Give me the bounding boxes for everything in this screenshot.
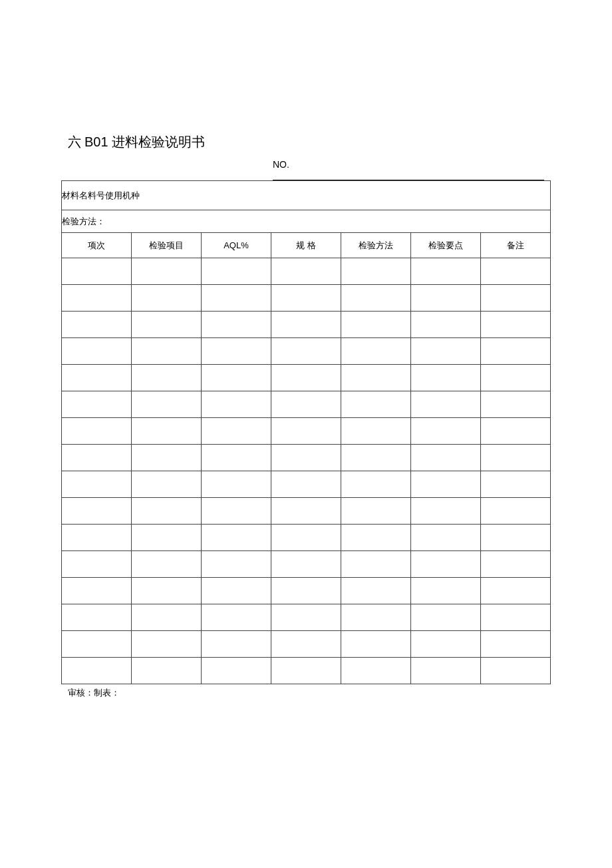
table-row xyxy=(62,658,551,684)
cell xyxy=(62,285,132,312)
cell xyxy=(480,391,550,418)
cell xyxy=(131,498,201,525)
cell xyxy=(341,418,410,445)
cell xyxy=(131,258,201,285)
cell xyxy=(62,471,132,498)
table-row xyxy=(62,312,551,338)
cell xyxy=(341,578,410,604)
cell xyxy=(62,525,132,551)
table-row xyxy=(62,391,551,418)
document-title: 六 B01 进料检验说明书 xyxy=(68,133,551,151)
table-row xyxy=(62,578,551,604)
cell xyxy=(410,391,480,418)
header-row: 项次 检验项目 AQL% 规 格 检验方法 检验要点 备注 xyxy=(62,233,551,258)
col-inspect-method: 检验方法 xyxy=(341,233,410,258)
cell xyxy=(62,604,132,631)
cell xyxy=(271,418,341,445)
cell xyxy=(131,312,201,338)
cell xyxy=(480,471,550,498)
cell xyxy=(62,498,132,525)
table-row xyxy=(62,551,551,578)
cell xyxy=(62,338,132,365)
cell xyxy=(131,285,201,312)
cell xyxy=(410,658,480,684)
table-row xyxy=(62,525,551,551)
cell xyxy=(480,365,550,391)
cell xyxy=(62,418,132,445)
cell xyxy=(271,258,341,285)
cell xyxy=(131,418,201,445)
cell xyxy=(341,551,410,578)
title-code: B01 xyxy=(84,134,108,149)
cell xyxy=(271,551,341,578)
cell xyxy=(62,445,132,471)
cell xyxy=(271,471,341,498)
cell xyxy=(201,551,271,578)
table-row xyxy=(62,285,551,312)
cell xyxy=(341,498,410,525)
cell xyxy=(201,445,271,471)
cell xyxy=(271,365,341,391)
method-cell: 检验方法： xyxy=(62,210,551,233)
cell xyxy=(480,658,550,684)
cell xyxy=(62,578,132,604)
cell xyxy=(201,525,271,551)
cell xyxy=(271,631,341,658)
cell xyxy=(480,338,550,365)
cell xyxy=(410,445,480,471)
col-item-no: 项次 xyxy=(62,233,132,258)
cell xyxy=(271,285,341,312)
signature-row: 审核：制表： xyxy=(61,687,551,699)
cell xyxy=(480,285,550,312)
cell xyxy=(410,525,480,551)
cell xyxy=(62,391,132,418)
col-spec: 规 格 xyxy=(271,233,341,258)
cell xyxy=(131,551,201,578)
cell xyxy=(201,338,271,365)
cell xyxy=(271,578,341,604)
cell xyxy=(410,498,480,525)
cell xyxy=(271,498,341,525)
table-row xyxy=(62,498,551,525)
cell xyxy=(201,312,271,338)
material-row: 材料名料号使用机种 xyxy=(62,181,551,210)
table-row xyxy=(62,445,551,471)
cell xyxy=(480,312,550,338)
table-row xyxy=(62,631,551,658)
cell xyxy=(480,445,550,471)
cell xyxy=(410,418,480,445)
cell xyxy=(341,285,410,312)
cell xyxy=(480,631,550,658)
no-label: NO. xyxy=(273,159,289,170)
cell xyxy=(410,258,480,285)
cell xyxy=(480,418,550,445)
cell xyxy=(410,338,480,365)
cell xyxy=(271,604,341,631)
cell xyxy=(131,631,201,658)
cell xyxy=(271,658,341,684)
cell xyxy=(341,471,410,498)
cell xyxy=(131,338,201,365)
cell xyxy=(131,471,201,498)
title-rest: 进料检验说明书 xyxy=(108,134,205,149)
cell xyxy=(62,365,132,391)
cell xyxy=(62,631,132,658)
cell xyxy=(480,525,550,551)
col-inspect-item: 检验项目 xyxy=(131,233,201,258)
cell xyxy=(62,258,132,285)
cell xyxy=(341,525,410,551)
inspection-table: 材料名料号使用机种 检验方法： 项次 检验项目 AQL% 规 格 检验方法 检验… xyxy=(61,180,551,684)
cell xyxy=(131,391,201,418)
cell xyxy=(201,631,271,658)
cell xyxy=(201,418,271,445)
col-inspect-point: 检验要点 xyxy=(410,233,480,258)
cell xyxy=(201,285,271,312)
cell xyxy=(131,658,201,684)
cell xyxy=(271,312,341,338)
title-prefix: 六 xyxy=(68,134,84,149)
cell xyxy=(410,471,480,498)
table-row xyxy=(62,604,551,631)
cell xyxy=(341,658,410,684)
cell xyxy=(201,471,271,498)
table-row xyxy=(62,365,551,391)
